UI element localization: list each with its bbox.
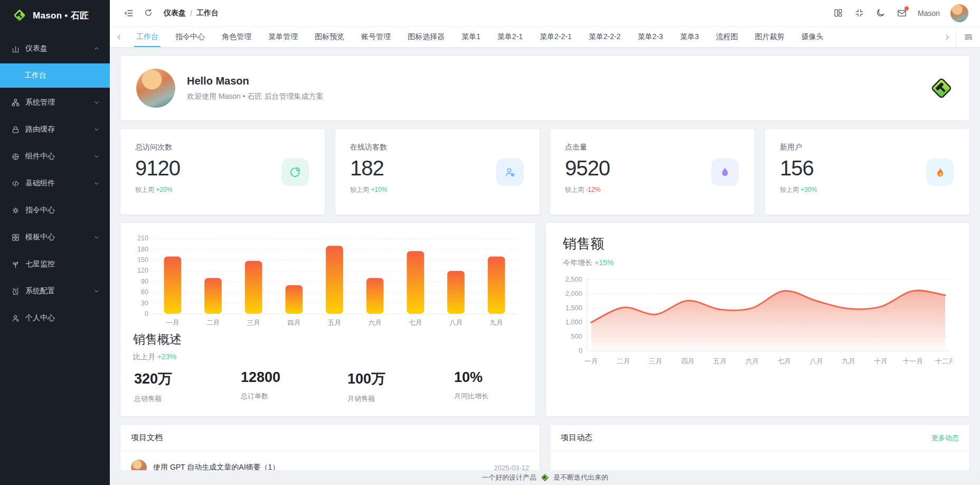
brand-badge-icon bbox=[929, 76, 954, 100]
chevron-down-icon bbox=[93, 99, 100, 106]
svg-text:0: 0 bbox=[579, 347, 582, 355]
metric-label: 月同比增长 bbox=[454, 391, 517, 401]
sales-amount-card: 销售额 今年增长 +15% 05001,0001,5002,0002,500一月… bbox=[546, 223, 969, 416]
sidebar-item-路由缓存[interactable]: 路由缓存 bbox=[0, 117, 110, 142]
stat-card-新用户: 新用户 156 较上周 +30% bbox=[765, 129, 969, 214]
sales-metric-月销售额: 100万 月销售额 bbox=[347, 369, 411, 404]
sales-metrics: 320万 总销售额 12800 总订单数 100万 月销售额 10% 月同比增长 bbox=[133, 369, 523, 404]
grid-icon bbox=[11, 232, 20, 242]
footer-right-text: 是不断迭代出来的 bbox=[553, 473, 608, 482]
tab-菜单2-1[interactable]: 菜单2-1 bbox=[489, 27, 531, 47]
sales-metric-总销售额: 320万 总销售额 bbox=[134, 369, 197, 404]
user-avatar[interactable] bbox=[950, 4, 968, 22]
svg-text:一月: 一月 bbox=[166, 319, 179, 327]
tab-图标预览[interactable]: 图标预览 bbox=[306, 27, 353, 47]
breadcrumb-separator: / bbox=[190, 9, 192, 17]
welcome-title: Hello Mason bbox=[187, 75, 323, 87]
sidebar-item-label: 系统管理 bbox=[25, 98, 88, 107]
tab-流程图[interactable]: 流程图 bbox=[707, 27, 746, 47]
tab-菜单管理[interactable]: 菜单管理 bbox=[260, 27, 306, 47]
stats-row: 总访问次数 9120 较上周 +20% 在线访客数 182 较上周 +10% 点… bbox=[120, 129, 969, 214]
welcome-texts: Hello Mason 欢迎使用 Mason • 石匠 后台管理集成方案 bbox=[187, 75, 323, 101]
fullscreen-icon[interactable] bbox=[854, 8, 865, 18]
tab-图片裁剪[interactable]: 图片裁剪 bbox=[746, 27, 793, 47]
svg-text:八月: 八月 bbox=[809, 357, 823, 365]
stat-label: 新用户 bbox=[780, 143, 955, 152]
tabs-scroll-left-icon[interactable] bbox=[110, 27, 128, 47]
sidebar-item-label: 指令中心 bbox=[25, 206, 100, 215]
breadcrumb-root[interactable]: 仪表盘 bbox=[164, 8, 186, 18]
tab-摄像头[interactable]: 摄像头 bbox=[793, 27, 832, 47]
svg-text:120: 120 bbox=[137, 267, 148, 274]
svg-text:一月: 一月 bbox=[585, 357, 598, 365]
tabs-scroll-right-icon[interactable] bbox=[938, 27, 956, 47]
svg-text:0: 0 bbox=[145, 310, 148, 318]
tab-菜单2-2-1[interactable]: 菜单2-2-1 bbox=[531, 27, 580, 47]
wheel-icon bbox=[11, 152, 20, 161]
tab-菜单2-3[interactable]: 菜单2-3 bbox=[629, 27, 671, 47]
svg-text:五月: 五月 bbox=[713, 357, 727, 365]
more-activity-link[interactable]: 更多动态 bbox=[931, 433, 959, 443]
sidebar-item-组件中心[interactable]: 组件中心 bbox=[0, 144, 110, 169]
compare-value: +23% bbox=[157, 352, 176, 361]
stat-card-在线访客数: 在线访客数 182 较上周 +10% bbox=[335, 129, 540, 214]
svg-text:七月: 七月 bbox=[409, 319, 422, 327]
menu-fold-icon[interactable] bbox=[124, 8, 134, 18]
sidebar-item-仪表盘[interactable]: 仪表盘 bbox=[0, 36, 110, 61]
tab-菜单3[interactable]: 菜单3 bbox=[672, 27, 708, 47]
sidebar-item-指令中心[interactable]: 指令中心 bbox=[0, 198, 110, 222]
sidebar-item-七星监控[interactable]: 七星监控 bbox=[0, 252, 110, 276]
stat-label: 总访问次数 bbox=[135, 143, 310, 152]
welcome-card: Hello Mason 欢迎使用 Mason • 石匠 后台管理集成方案 bbox=[120, 56, 969, 120]
username[interactable]: Mason bbox=[918, 9, 940, 17]
topbar-actions: Mason bbox=[833, 4, 968, 22]
seal-icon bbox=[11, 206, 20, 215]
breadcrumb: 仪表盘 / 工作台 bbox=[164, 8, 219, 18]
sidebar-item-基础组件[interactable]: 基础组件 bbox=[0, 171, 110, 195]
topbar: 仪表盘 / 工作台 Mason bbox=[110, 0, 980, 26]
user-gear-icon bbox=[496, 158, 524, 186]
sidebar-item-模板中心[interactable]: 模板中心 bbox=[0, 225, 110, 249]
stat-trend: 较上周 -12% bbox=[565, 185, 740, 194]
refresh-icon[interactable] bbox=[144, 8, 154, 18]
chevron-down-icon bbox=[93, 180, 100, 187]
growth-value: +15% bbox=[595, 258, 614, 267]
svg-text:180: 180 bbox=[137, 246, 148, 253]
tab-账号管理[interactable]: 账号管理 bbox=[353, 27, 399, 47]
sidebar-item-label: 仪表盘 bbox=[25, 44, 88, 53]
tab-工作台[interactable]: 工作台 bbox=[128, 27, 167, 47]
charts-row: 0306090120150180210一月二月三月四月五月六月七月八月九月 销售… bbox=[120, 223, 969, 416]
metric-label: 月销售额 bbox=[347, 394, 411, 404]
tabbar: 工作台指令中心角色管理菜单管理图标预览账号管理图标选择器菜单1菜单2-1菜单2-… bbox=[110, 26, 980, 48]
code-icon bbox=[11, 179, 20, 188]
svg-text:60: 60 bbox=[141, 288, 148, 296]
chevron-down-icon bbox=[93, 153, 100, 160]
tab-菜单1[interactable]: 菜单1 bbox=[453, 27, 489, 47]
tab-指令中心[interactable]: 指令中心 bbox=[167, 27, 213, 47]
sidebar-item-系统配置[interactable]: 系统配置 bbox=[0, 279, 110, 303]
sidebar-menu: 仪表盘工作台 系统管理 路由缓存 组件中心 基础组件 指令中心 模板中心 七星监… bbox=[0, 34, 110, 333]
sidebar-subitem-工作台[interactable]: 工作台 bbox=[0, 63, 110, 88]
layout-icon[interactable] bbox=[833, 8, 844, 18]
footer-left-text: 一个好的设计产品 bbox=[482, 473, 536, 482]
project-docs-title: 项目文档 bbox=[131, 433, 163, 443]
tab-菜单2-2-2[interactable]: 菜单2-2-2 bbox=[580, 27, 629, 47]
metric-label: 总订单数 bbox=[241, 391, 304, 401]
chevron-up-icon bbox=[93, 45, 100, 52]
svg-text:十二月: 十二月 bbox=[935, 357, 953, 365]
sidebar-item-个人中心[interactable]: 个人中心 bbox=[0, 306, 110, 330]
tabs-options-icon[interactable] bbox=[956, 27, 980, 47]
sidebar-item-label: 路由缓存 bbox=[25, 125, 88, 134]
dark-mode-moon-icon[interactable] bbox=[875, 8, 886, 18]
sales-overview-compare: 比上月 +23% bbox=[133, 352, 523, 362]
tab-图标选择器[interactable]: 图标选择器 bbox=[399, 27, 453, 47]
mail-icon[interactable] bbox=[897, 8, 907, 18]
sidebar-item-系统管理[interactable]: 系统管理 bbox=[0, 90, 110, 115]
alarm-icon bbox=[11, 286, 20, 296]
tab-角色管理[interactable]: 角色管理 bbox=[213, 27, 260, 47]
svg-text:90: 90 bbox=[141, 278, 148, 285]
stat-trend: 较上周 +20% bbox=[135, 185, 310, 194]
sidebar: Mason • 石匠 仪表盘工作台 系统管理 路由缓存 组件中心 基础组件 指令… bbox=[0, 0, 110, 485]
sales-amount-title: 销售额 bbox=[563, 235, 953, 253]
sales-overview-title: 销售概述 bbox=[133, 331, 523, 348]
